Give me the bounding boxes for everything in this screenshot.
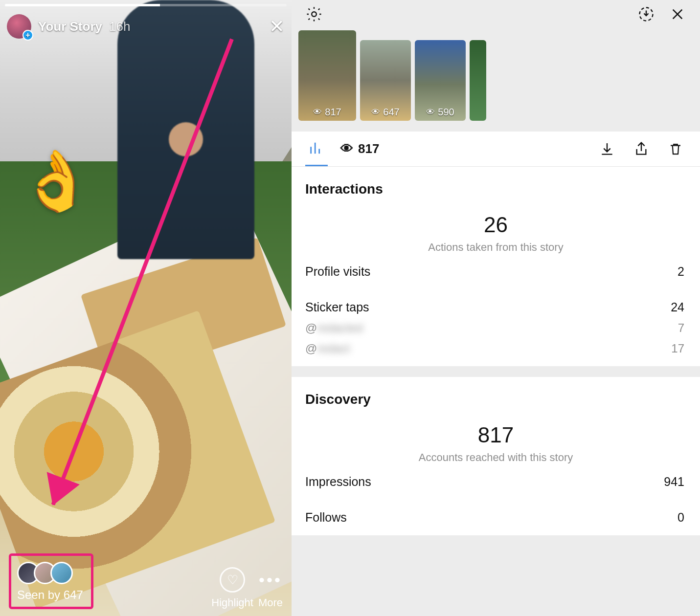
interactions-count: 26: [292, 213, 700, 237]
row-label: Impressions: [305, 475, 371, 489]
interactions-subtitle: Actions taken from this story: [292, 241, 700, 254]
avatar[interactable]: +: [7, 14, 31, 39]
trash-icon[interactable]: [665, 138, 686, 160]
sticker-tap-handle-row: @redact 17: [292, 340, 700, 366]
seen-by-label: Seen by 647: [17, 588, 83, 602]
insights-action-bar: 👁 817: [292, 132, 700, 167]
discovery-title: Discovery: [292, 377, 700, 409]
profile-visits-row: Profile visits 2: [292, 254, 700, 289]
thumb-views: 590: [438, 107, 454, 118]
story-thumbnail[interactable]: 👁647: [360, 40, 411, 121]
row-label: Profile visits: [305, 264, 370, 279]
story-progress-fill: [5, 4, 160, 6]
story-thumbnail-selected[interactable]: 👁817: [298, 30, 356, 121]
handle-blurred: redact: [317, 342, 350, 355]
handle-blurred: redacted: [317, 321, 362, 334]
svg-point-0: [312, 12, 316, 17]
section-divider: [292, 366, 700, 377]
discovery-section: Discovery 817 Accounts reached with this…: [292, 377, 700, 535]
row-value: 941: [664, 475, 684, 489]
insights-tab-icon[interactable]: [305, 132, 328, 166]
handle-prefix: @: [305, 342, 317, 355]
story-bottom-bar: Seen by 647 ♡ Highlight ••• More: [0, 545, 292, 616]
impressions-row: Impressions 941: [292, 464, 700, 500]
story-insights-panel: 👁817 👁647 👁590 👁 817: [292, 0, 700, 616]
row-value: 17: [671, 342, 684, 355]
share-icon[interactable]: [631, 138, 652, 160]
add-story-plus-icon[interactable]: +: [23, 30, 33, 41]
row-value: 2: [677, 264, 684, 279]
highlight-button[interactable]: ♡ Highlight: [211, 567, 253, 609]
seen-by-button[interactable]: Seen by 647: [9, 553, 93, 609]
settings-gear-icon[interactable]: [303, 3, 325, 25]
row-label: Follows: [305, 510, 347, 525]
eye-icon: 👁: [313, 107, 322, 117]
eye-icon: 👁: [340, 141, 353, 156]
story-title: Your Story: [38, 19, 102, 34]
heart-icon: ♡: [220, 567, 245, 593]
eye-icon: 👁: [426, 107, 435, 117]
close-icon[interactable]: ✕: [269, 16, 285, 37]
row-value: 7: [678, 321, 684, 335]
follows-row: Follows 0: [292, 500, 700, 535]
story-thumbnail-partial[interactable]: [470, 40, 486, 121]
row-value: 0: [677, 510, 684, 525]
row-value: 24: [671, 300, 684, 314]
row-label: Sticker taps: [305, 300, 369, 314]
story-progress-track[interactable]: [5, 4, 287, 6]
interactions-section: Interactions 26 Actions taken from this …: [292, 167, 700, 366]
discovery-count: 817: [292, 423, 700, 447]
seen-by-avatars: [17, 562, 67, 584]
story-timestamp: 16h: [109, 19, 130, 34]
ok-hand-emoji: 👌: [20, 147, 93, 215]
close-icon[interactable]: [667, 3, 688, 25]
insights-topbar: [292, 0, 700, 28]
story-thumbnails-row[interactable]: 👁817 👁647 👁590: [292, 28, 700, 121]
eye-icon: 👁: [371, 107, 380, 117]
story-header: + Your Story 16h ✕: [7, 12, 285, 41]
story-thumbnail[interactable]: 👁590: [415, 40, 466, 121]
discovery-subtitle: Accounts reached with this story: [292, 451, 700, 464]
views-value: 817: [358, 141, 379, 156]
highlight-label: Highlight: [211, 596, 253, 609]
sticker-taps-row: Sticker taps 24: [292, 289, 700, 319]
viewer-avatar: [50, 562, 73, 584]
archive-download-icon[interactable]: [635, 3, 657, 25]
thumb-views: 647: [383, 107, 399, 118]
thumb-views: 817: [325, 107, 341, 118]
more-button[interactable]: ••• More: [258, 567, 283, 609]
story-viewer: + Your Story 16h ✕ 👌 Seen by 647 ♡ Highl…: [0, 0, 292, 616]
interactions-title: Interactions: [292, 167, 700, 199]
more-label: More: [258, 596, 283, 609]
sticker-tap-handle-row: @redacted 7: [292, 319, 700, 340]
more-dots-icon: •••: [259, 567, 282, 593]
handle-prefix: @: [305, 321, 317, 334]
views-count: 👁 817: [340, 141, 379, 156]
download-icon[interactable]: [596, 138, 618, 160]
